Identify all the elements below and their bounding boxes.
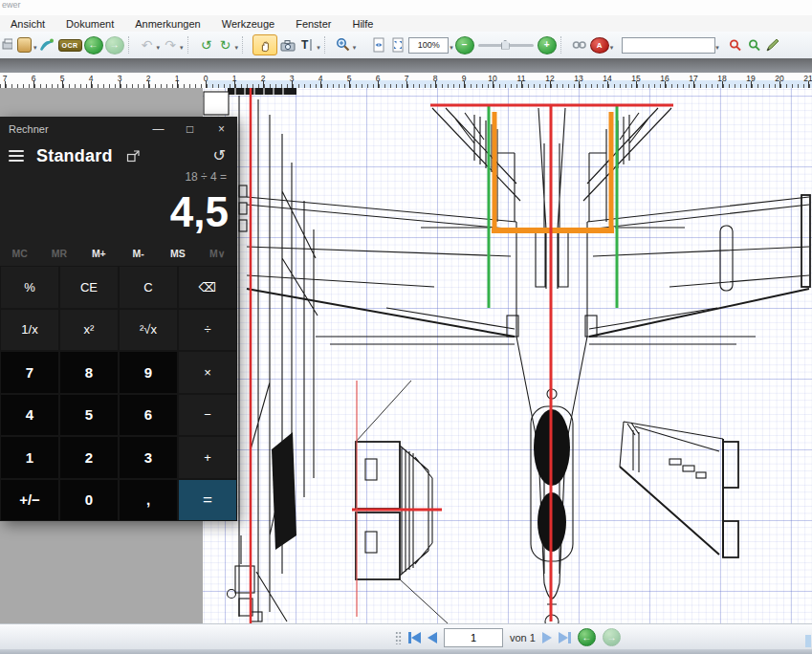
menu-item-fenster[interactable]: Fenster [285, 18, 341, 30]
next-page-button[interactable] [542, 632, 552, 643]
attach-red-icon[interactable] [726, 34, 743, 55]
main-toolbar: ▾ OCR ← → ↶ ▾ ↷ ▾ ↺ ↻ ▾ T ▾ ▾ [0, 32, 812, 58]
calc-key-equals[interactable]: = [179, 480, 236, 521]
resize-grip[interactable] [805, 635, 811, 647]
menu-item-anmerkungen[interactable]: Anmerkungen [124, 18, 211, 30]
calc-key-percent[interactable]: % [1, 267, 58, 308]
export-caret-icon[interactable]: ▾ [33, 44, 37, 52]
calc-key-4[interactable]: 4 [1, 395, 58, 436]
menu-item-ansicht[interactable]: Ansicht [0, 18, 55, 30]
blueprint-page[interactable] [203, 88, 812, 623]
calc-key-backspace[interactable]: ⌫ [179, 267, 236, 308]
toolbar-separator [324, 36, 331, 54]
hamburger-menu-icon[interactable] [9, 150, 24, 162]
fit-width-icon[interactable] [370, 34, 387, 55]
attach-green-icon[interactable] [745, 34, 762, 55]
toolbar-drag-handle[interactable] [395, 631, 402, 644]
calc-key-divide[interactable]: ÷ [179, 310, 236, 351]
snapshot-icon[interactable] [279, 34, 296, 55]
zoom-in-button[interactable]: + [538, 36, 557, 54]
redo-caret-icon[interactable]: ▾ [180, 44, 184, 52]
minimize-button[interactable]: — [143, 117, 174, 142]
view-back-button[interactable]: ← [578, 628, 596, 646]
calc-key-0[interactable]: 0 [60, 480, 118, 521]
maximize-button[interactable]: □ [174, 117, 206, 142]
memory-recall-button[interactable]: MR [39, 248, 78, 259]
calculator-titlebar[interactable]: Rechner — □ × [0, 117, 237, 142]
link-tool-icon[interactable] [571, 34, 588, 55]
menu-item-dokument[interactable]: Dokument [55, 18, 124, 30]
rotate-ccw-icon[interactable]: ↺ [198, 34, 215, 55]
calc-key-decimal[interactable]: , [120, 480, 177, 521]
memory-store-button[interactable]: MS [158, 248, 197, 259]
keep-on-top-icon[interactable] [126, 149, 141, 163]
select-caret-icon[interactable]: ▾ [317, 44, 320, 52]
calc-key-clear[interactable]: C [120, 267, 177, 308]
share-icon[interactable] [39, 34, 56, 55]
close-button[interactable]: × [206, 117, 237, 142]
zoom-slider-handle[interactable] [501, 40, 510, 50]
calc-key-3[interactable]: 3 [120, 437, 177, 478]
pdf-viewer-window: ewer Ansicht Dokument Anmerkungen Werkze… [0, 0, 812, 654]
zoom-caret-icon[interactable]: ▾ [353, 44, 357, 52]
launch-application-icon[interactable]: A [590, 37, 609, 54]
calc-key-clear-entry[interactable]: CE [60, 267, 118, 308]
calc-key-negate[interactable]: +/− [1, 480, 58, 521]
first-page-button[interactable] [408, 632, 421, 643]
rotate-caret-icon[interactable]: ▾ [235, 44, 239, 52]
calc-key-2[interactable]: 2 [60, 437, 118, 478]
rotate-cw-icon[interactable]: ↻ [217, 34, 234, 55]
calc-key-subtract[interactable]: − [179, 395, 236, 436]
memory-add-button[interactable]: M+ [79, 248, 119, 259]
toolbar-separator [187, 36, 194, 54]
redo-icon[interactable]: ↷ [162, 34, 179, 55]
fit-page-icon[interactable] [389, 34, 406, 55]
launch-app-caret-icon[interactable]: ▾ [610, 44, 614, 52]
memory-subtract-button[interactable]: M- [119, 248, 158, 259]
go-forward-icon[interactable]: → [105, 36, 124, 54]
search-input[interactable] [622, 37, 715, 54]
ocr-button[interactable]: OCR [58, 34, 82, 55]
calc-key-add[interactable]: + [179, 437, 236, 478]
window-titlebar: ewer [0, 0, 812, 15]
calc-key-1[interactable]: 1 [1, 437, 58, 478]
memory-list-button[interactable]: M∨ [198, 248, 237, 259]
calc-key-8[interactable]: 8 [60, 352, 118, 393]
calculator-result: 4,5 [0, 185, 237, 241]
export-image-icon[interactable] [15, 34, 33, 55]
blueprint-drawing [203, 88, 812, 623]
zoom-slider[interactable] [478, 44, 534, 47]
previous-page-button[interactable] [428, 632, 437, 643]
calc-key-multiply[interactable]: × [179, 352, 236, 393]
calc-key-5[interactable]: 5 [60, 395, 118, 436]
undo-icon[interactable]: ↶ [139, 34, 156, 55]
calc-key-7[interactable]: 7 [1, 352, 58, 393]
undo-caret-icon[interactable]: ▾ [157, 44, 161, 52]
calc-key-square[interactable]: x² [60, 310, 118, 351]
calculator-mode-title: Standard [36, 146, 113, 166]
memory-clear-button[interactable]: MC [0, 248, 39, 259]
zoom-out-button[interactable]: − [455, 36, 474, 54]
horizontal-ruler: 7654321012345678910111213141516171819202… [0, 73, 812, 89]
zoom-tool-icon[interactable] [335, 34, 352, 55]
jet-tail-section [421, 108, 685, 289]
calc-key-9[interactable]: 9 [120, 352, 177, 393]
hand-tool-button[interactable] [252, 34, 277, 55]
select-text-icon[interactable]: T [298, 34, 316, 55]
history-icon[interactable]: ↺ [213, 148, 226, 164]
pencil-icon[interactable] [764, 34, 781, 55]
menu-item-werkzeuge[interactable]: Werkzeuge [211, 18, 285, 30]
page-number-input[interactable] [444, 628, 503, 647]
go-back-icon[interactable]: ← [84, 36, 103, 54]
zoom-level-box[interactable]: 100% [408, 37, 449, 54]
document-canvas[interactable]: Rechner — □ × Standard ↺ 18 ÷ 4 = 4,5 [0, 88, 812, 623]
printer-icon[interactable] [0, 34, 13, 55]
calc-key-reciprocal[interactable]: 1/x [1, 310, 58, 351]
zoom-level-caret-icon[interactable]: ▾ [450, 44, 453, 52]
view-forward-button[interactable]: → [603, 628, 621, 646]
search-caret-icon[interactable]: ▾ [715, 44, 719, 52]
calc-key-6[interactable]: 6 [120, 395, 177, 436]
last-page-button[interactable] [559, 632, 571, 643]
calc-key-square-root[interactable]: ²√x [120, 310, 177, 351]
menu-item-hilfe[interactable]: Hilfe [341, 18, 384, 30]
